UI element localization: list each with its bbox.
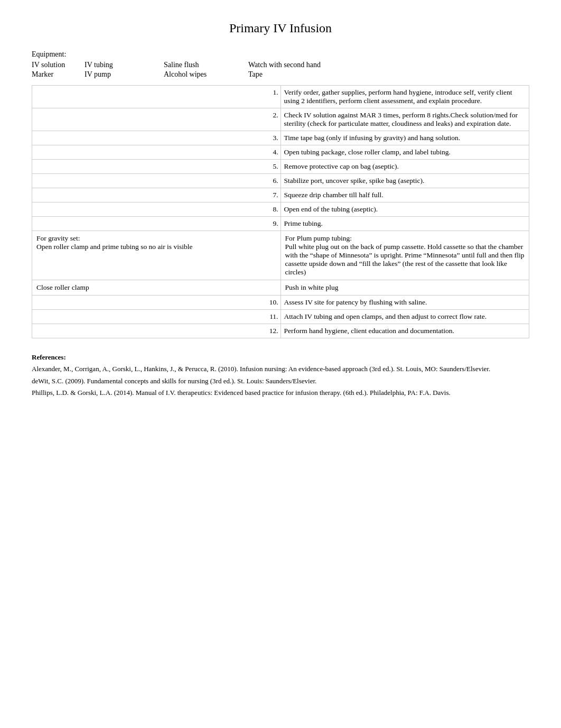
step-number: 5. bbox=[32, 160, 281, 174]
step-number: 11. bbox=[32, 310, 281, 324]
step-text: Remove protective cap on bag (aseptic). bbox=[280, 160, 529, 174]
equipment-cell: Saline flush bbox=[164, 61, 248, 69]
step-text: Verify order, gather supplies, perform h… bbox=[280, 86, 529, 108]
step-text: Open end of the tubing (aseptic). bbox=[280, 202, 529, 217]
step-number: 6. bbox=[32, 174, 281, 188]
step-row: 4. Open tubing package, close roller cla… bbox=[32, 145, 529, 160]
plum-body: Pull white plug out on the back of pump … bbox=[285, 243, 525, 277]
gravity-footer: Close roller clamp bbox=[32, 280, 281, 296]
step-row: 9. Prime tubing. bbox=[32, 217, 529, 231]
equipment-label: Equipment: bbox=[32, 50, 529, 59]
equipment-section: Equipment: IV solution IV tubing Saline … bbox=[32, 50, 529, 79]
gravity-intro: For gravity set: bbox=[36, 234, 276, 243]
step-row: 8. Open end of the tubing (aseptic). bbox=[32, 202, 529, 217]
equipment-cell: IV tubing bbox=[85, 61, 164, 69]
step-text: Stabilize port, uncover spike, spike bag… bbox=[280, 174, 529, 188]
step-number: 9. bbox=[32, 217, 281, 231]
step-number: 10. bbox=[32, 296, 281, 310]
equipment-cell: IV pump bbox=[85, 70, 164, 79]
references-section: References: Alexander, M., Corrigan, A.,… bbox=[32, 353, 529, 398]
step-number: 7. bbox=[32, 188, 281, 202]
references-label: References: bbox=[32, 353, 529, 362]
gravity-column: For gravity set: Open roller clamp and p… bbox=[32, 231, 281, 280]
step-number: 3. bbox=[32, 131, 281, 145]
plum-footer: Push in white plug bbox=[280, 280, 529, 296]
step-text: Check IV solution against MAR 3 times, p… bbox=[280, 108, 529, 131]
plum-column: For Plum pump tubing: Pull white plug ou… bbox=[280, 231, 529, 280]
step-number: 1. bbox=[32, 86, 281, 108]
step-row: 1. Verify order, gather supplies, perfor… bbox=[32, 86, 529, 108]
steps-table: 1. Verify order, gather supplies, perfor… bbox=[32, 85, 529, 338]
step-row: 5. Remove protective cap on bag (aseptic… bbox=[32, 160, 529, 174]
step-row: 3. Time tape bag (only if infusing by gr… bbox=[32, 131, 529, 145]
step-text: Time tape bag (only if infusing by gravi… bbox=[280, 131, 529, 145]
step-row: 10. Assess IV site for patency by flushi… bbox=[32, 296, 529, 310]
step-row: 12. Perform hand hygiene, client educati… bbox=[32, 324, 529, 338]
step-number: 4. bbox=[32, 145, 281, 160]
gravity-body: Open roller clamp and prime tubing so no… bbox=[36, 243, 276, 251]
step-number: 12. bbox=[32, 324, 281, 338]
equipment-cell: Marker bbox=[32, 70, 85, 79]
step-text: Squeeze drip chamber till half full. bbox=[280, 188, 529, 202]
step-number: 2. bbox=[32, 108, 281, 131]
plum-intro: For Plum pump tubing: bbox=[285, 234, 525, 243]
step-text: Prime tubing. bbox=[280, 217, 529, 231]
split-footer-row: Close roller clamp Push in white plug bbox=[32, 280, 529, 296]
reference-item: deWit, S.C. (2009). Fundamental concepts… bbox=[32, 376, 529, 386]
step-row: 11. Attach IV tubing and open clamps, an… bbox=[32, 310, 529, 324]
equipment-cell: IV solution bbox=[32, 61, 85, 69]
step-text: Perform hand hygiene, client education a… bbox=[280, 324, 529, 338]
step-number: 8. bbox=[32, 202, 281, 217]
step-text: Attach IV tubing and open clamps, and th… bbox=[280, 310, 529, 324]
split-row: For gravity set: Open roller clamp and p… bbox=[32, 231, 529, 280]
step-row: 6. Stabilize port, uncover spike, spike … bbox=[32, 174, 529, 188]
equipment-cell: Tape bbox=[248, 70, 529, 79]
step-text: Assess IV site for patency by flushing w… bbox=[280, 296, 529, 310]
step-row: 7. Squeeze drip chamber till half full. bbox=[32, 188, 529, 202]
page-title: Primary IV Infusion bbox=[32, 21, 529, 35]
reference-item: Phillips, L.D. & Gorski, L.A. (2014). Ma… bbox=[32, 388, 529, 398]
step-text: Open tubing package, close roller clamp,… bbox=[280, 145, 529, 160]
step-row: 2. Check IV solution against MAR 3 times… bbox=[32, 108, 529, 131]
equipment-cell: Alcohol wipes bbox=[164, 70, 248, 79]
equipment-cell: Watch with second hand bbox=[248, 61, 529, 69]
equipment-grid: IV solution IV tubing Saline flush Watch… bbox=[32, 61, 529, 79]
reference-item: Alexander, M., Corrigan, A., Gorski, L.,… bbox=[32, 364, 529, 374]
